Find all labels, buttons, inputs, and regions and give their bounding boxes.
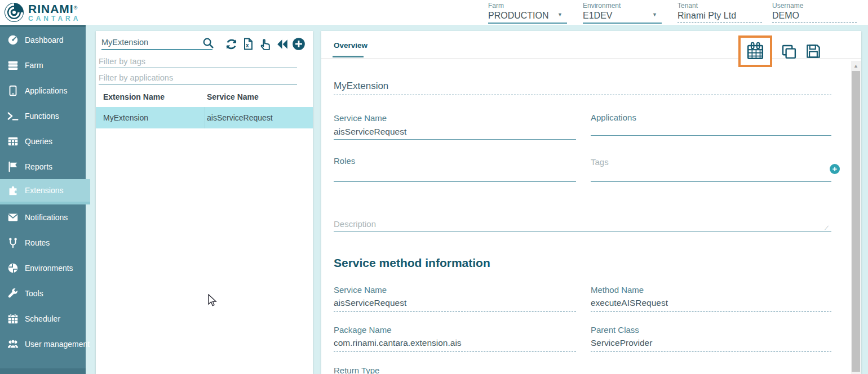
sidebar-item-label: Environments <box>25 264 73 273</box>
sidebar-item-label: Applications <box>25 86 68 95</box>
method-name-value: executeAISRequest <box>591 298 668 308</box>
tenant-label: Tenant <box>677 2 768 10</box>
server-icon <box>7 59 19 72</box>
sidebar-item-applications[interactable]: Applications <box>0 78 86 103</box>
column-header-extension-name[interactable]: Extension Name <box>103 92 165 101</box>
environment-value[interactable]: E1DEV <box>583 10 662 24</box>
cell-service-name[interactable]: aisServiceRequest <box>207 113 273 122</box>
sidebar-item-label: Farm <box>25 61 43 70</box>
extension-name-underline <box>334 95 831 95</box>
method-name-label: Method Name <box>591 285 644 295</box>
sidebar-item-dashboard[interactable]: Dashboard <box>0 27 86 52</box>
export-excel-button[interactable]: x <box>241 37 255 51</box>
roles-underline[interactable] <box>334 181 576 182</box>
sidebar-item-queries[interactable]: Queries <box>0 128 86 154</box>
sidebar-nav: Dashboard Farm Applications Functions Qu… <box>0 25 86 374</box>
save-icon[interactable] <box>805 43 822 60</box>
environment-label: Environment <box>583 2 673 10</box>
envelope-icon <box>7 211 19 224</box>
tablet-icon <box>7 84 19 97</box>
sidebar-item-notifications[interactable]: Notifications <box>0 204 86 230</box>
route-icon <box>7 237 19 249</box>
method-service-name-value: aisServiceRequest <box>334 298 406 308</box>
cell-extension-name[interactable]: MyExtension <box>103 113 148 122</box>
sidebar-item-extensions[interactable]: Extensions <box>0 179 90 204</box>
search-icon[interactable] <box>202 37 214 49</box>
description-underline <box>334 231 831 231</box>
rewind-icon[interactable] <box>274 37 289 51</box>
username-value: DEMO <box>772 10 857 23</box>
scrollbar-up-arrow-icon[interactable]: ▲ <box>851 63 861 69</box>
tags-underline[interactable] <box>591 181 831 182</box>
extension-detail-panel: Overview MyExtension Service Name aisSer… <box>321 31 861 374</box>
scheduler-highlight-box[interactable] <box>738 35 772 67</box>
chevron-down-icon[interactable]: ▼ <box>652 12 657 17</box>
add-tag-button[interactable]: + <box>830 164 840 174</box>
sidebar-item-reports[interactable]: Reports <box>0 154 86 179</box>
table-header: Extension Name Service Name <box>96 89 313 106</box>
filter-by-applications-input[interactable] <box>99 71 297 84</box>
cell-divider <box>205 107 205 128</box>
return-type-label: Return Type <box>334 366 379 374</box>
logo-text-rinami: RINAMI <box>28 2 74 15</box>
scrollbar-thumb[interactable] <box>852 71 860 372</box>
farm-value[interactable]: PRODUCTION <box>488 10 567 24</box>
sidebar-item-tools[interactable]: Tools <box>0 280 86 306</box>
tenant-value: Rinami Pty Ltd <box>677 10 762 23</box>
table-row[interactable]: MyExtension aisServiceRequest <box>96 107 313 128</box>
applications-underline[interactable] <box>591 135 831 136</box>
parent-class-label: Parent Class <box>591 325 639 335</box>
applications-label: Applications <box>591 113 636 122</box>
extension-name-field[interactable]: MyExtension <box>334 81 388 92</box>
environment-select[interactable]: Environment E1DEV ▼ <box>583 2 673 24</box>
rinami-logo-icon <box>3 2 26 23</box>
sidebar-item-label: Queries <box>25 137 52 146</box>
tenant-field: Tenant Rinami Pty Ltd <box>677 2 768 24</box>
calendar-icon <box>7 313 19 325</box>
roles-label: Roles <box>334 156 355 166</box>
tab-active-underline <box>333 56 364 57</box>
vertical-scrollbar[interactable]: ▲ <box>851 61 861 374</box>
username-label: Username <box>772 2 862 10</box>
gauge-icon <box>7 34 19 46</box>
package-name-value: com.rinami.cantara.extension.ais <box>334 338 462 348</box>
registered-mark: ® <box>74 5 78 11</box>
sidebar-item-label: Reports <box>25 162 52 171</box>
scheduler-calendar-icon[interactable] <box>746 42 765 61</box>
add-extension-button[interactable] <box>291 37 306 51</box>
tags-placeholder[interactable]: Tags <box>591 157 609 167</box>
logo-text-cantara: CANTARA <box>28 15 81 22</box>
refresh-button[interactable] <box>224 37 238 51</box>
textarea-resize-handle[interactable]: ⟋ <box>825 225 830 230</box>
tab-overview[interactable]: Overview <box>334 41 367 50</box>
sidebar-item-scheduler[interactable]: Scheduler <box>0 306 86 331</box>
sidebar-item-routes[interactable]: Routes <box>0 230 86 255</box>
package-name-label: Package Name <box>334 325 392 335</box>
service-name-label: Service Name <box>334 113 387 123</box>
section-title-service-method: Service method information <box>334 256 490 270</box>
method-service-name-underline <box>334 311 576 311</box>
description-placeholder[interactable]: Description <box>334 219 376 229</box>
username-field: Username DEMO <box>772 2 862 24</box>
globe-icon <box>7 262 19 274</box>
sidebar-item-label: Extensions <box>25 186 63 195</box>
sidebar-item-user-management[interactable]: User management <box>0 331 86 357</box>
column-header-service-name[interactable]: Service Name <box>207 92 259 101</box>
farm-select[interactable]: Farm PRODUCTION ▼ <box>488 2 578 24</box>
extensions-list-panel: x Extension Name Service Name MyExtensio… <box>96 31 313 374</box>
service-name-value[interactable]: aisServiceRequest <box>334 127 406 137</box>
sidebar-item-functions[interactable]: Functions <box>0 103 86 128</box>
sidebar-item-label: Notifications <box>25 213 68 222</box>
search-input[interactable] <box>101 35 212 50</box>
terminal-icon <box>7 110 19 122</box>
sidebar-item-environments[interactable]: Environments <box>0 255 86 280</box>
filter-by-tags-input[interactable] <box>99 55 297 68</box>
svg-text:x: x <box>246 42 249 48</box>
parent-class-value: ServiceProvider <box>591 338 652 348</box>
flag-icon <box>7 161 19 173</box>
copy-icon[interactable] <box>780 43 797 60</box>
select-mode-hand-icon[interactable] <box>258 37 272 51</box>
sidebar-item-farm[interactable]: Farm <box>0 52 86 78</box>
method-service-name-label: Service Name <box>334 285 387 295</box>
chevron-down-icon[interactable]: ▼ <box>557 12 563 17</box>
